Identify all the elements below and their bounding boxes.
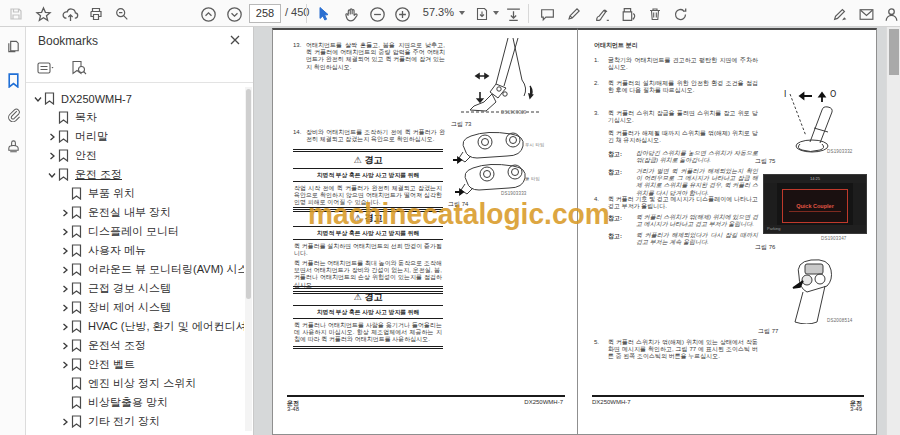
chevron-right-icon[interactable]	[60, 304, 70, 312]
chevron-down-icon[interactable]	[47, 171, 57, 179]
figure-77-drawing	[773, 256, 851, 324]
print-icon[interactable]	[86, 4, 106, 24]
bookmark-item[interactable]: 엔진 비상 정지 스위치	[26, 374, 244, 393]
bookmark-label: 사용자 메뉴	[88, 243, 146, 258]
zoom-dropdown-caret[interactable]	[459, 11, 465, 15]
bookmark-item[interactable]: 안전	[26, 146, 244, 165]
account-icon[interactable]	[881, 4, 900, 24]
share-icon[interactable]	[60, 4, 80, 24]
fit-page-icon[interactable]	[472, 4, 492, 24]
chevron-down-icon[interactable]	[33, 95, 43, 103]
figure-74-code: DS1903333	[501, 191, 527, 196]
chevron-right-icon[interactable]	[60, 342, 70, 350]
page-down-icon[interactable]	[224, 4, 244, 24]
figure-73-caption: 그림 73	[451, 120, 471, 129]
item-3-text: 퀵 커플러 스위치 잠금을 풀려면 스위치를 잡고 위로 당기십시오.	[608, 110, 758, 124]
bookmark-icon	[70, 358, 83, 371]
star-icon[interactable]	[33, 4, 53, 24]
bookmarks-scrollbar-thumb[interactable]	[246, 89, 251, 299]
chevron-right-icon[interactable]	[60, 247, 70, 255]
bookmark-item[interactable]: 부품 위치	[26, 184, 244, 203]
zoom-in-icon[interactable]	[392, 4, 412, 24]
select-tool-icon[interactable]	[314, 4, 334, 24]
chevron-right-icon[interactable]	[60, 266, 70, 274]
hand-tool-icon[interactable]	[341, 4, 361, 24]
document-scrollbar[interactable]	[886, 27, 900, 435]
fit-dropdown-caret[interactable]	[493, 11, 499, 15]
figure-76-code: DS1903347	[821, 236, 847, 241]
list-number: 1.	[594, 57, 599, 63]
bookmark-label: 어라운드 뷰 모니터링(AVM) 시스템	[88, 262, 244, 277]
stamps-icon[interactable]	[4, 137, 22, 155]
search-icon[interactable]	[112, 4, 132, 24]
bookmark-item[interactable]: 기타 전기 장치	[26, 412, 244, 429]
document-scrollbar-thumb[interactable]	[889, 29, 899, 75]
bookmark-item[interactable]: HVAC (난방, 환기 및 에어컨디셔닝) 작동	[26, 317, 244, 336]
bookmark-icon	[70, 282, 83, 295]
find-current-bookmark-icon[interactable]	[68, 59, 88, 77]
chevron-right-icon[interactable]	[60, 285, 70, 293]
warning-triangle-icon: ⚠	[353, 155, 361, 165]
bookmark-item[interactable]: 운전 조정	[26, 165, 244, 184]
bookmark-item[interactable]: 운전석 조정	[26, 336, 244, 355]
footer-rule	[287, 395, 565, 397]
organize-pages-icon[interactable]	[618, 4, 638, 24]
chevron-right-icon[interactable]	[60, 361, 70, 369]
footer-model: DX250WMH-7	[524, 399, 563, 405]
bookmark-label: DX250WMH-7	[61, 93, 132, 105]
bookmark-label: 머리말	[75, 129, 108, 144]
page-up-icon[interactable]	[198, 4, 218, 24]
bookmark-item[interactable]: 어라운드 뷰 모니터링(AVM) 시스템	[26, 260, 244, 279]
bookmark-icon	[70, 225, 83, 238]
bookmark-item[interactable]: 안전 벨트	[26, 355, 244, 374]
sign-icon[interactable]	[592, 4, 612, 24]
footer-page-number: 3-49	[850, 406, 862, 412]
bookmark-item[interactable]: 디스플레이 모니터	[26, 222, 244, 241]
bookmark-icon	[70, 320, 83, 333]
fit-width-icon[interactable]	[503, 4, 523, 24]
item-4-note-2: 퀵 커플러가 해제되었다가 다시 잠길 때까지 경고 부저는 계속 울립니다.	[636, 232, 758, 246]
bookmark-icon	[70, 377, 83, 390]
chevron-right-icon[interactable]	[60, 209, 70, 217]
item-2-text: 퀵 커플러의 설치/해제를 위한 안전한 환경 조건을 점검한 후에 다음 절차…	[608, 80, 758, 94]
zoom-level-label[interactable]: 57.3%	[416, 6, 454, 18]
page-thumbnails-icon[interactable]	[4, 37, 22, 55]
chevron-right-icon[interactable]	[60, 418, 70, 426]
bookmark-options-icon[interactable]	[36, 59, 56, 77]
chevron-right-icon[interactable]	[60, 323, 70, 331]
refresh-icon[interactable]	[670, 4, 690, 24]
chevron-right-icon[interactable]	[47, 133, 57, 141]
page-number-input[interactable]: 258	[249, 4, 281, 23]
chevron-right-icon[interactable]	[47, 152, 57, 160]
bookmark-item[interactable]: 장비 제어 시스템	[26, 298, 244, 317]
warning-title: 경고	[365, 155, 383, 165]
section-title: 어태치먼트 분리	[594, 42, 638, 49]
save-icon[interactable]	[6, 4, 26, 24]
close-icon[interactable]	[227, 32, 243, 48]
bookmarks-icon[interactable]	[4, 71, 22, 89]
bookmark-label: 비상탈출용 망치	[88, 395, 168, 410]
comment-icon[interactable]	[537, 4, 557, 24]
warning-body: 퀵 커플러나 어태치먼트를 사람을 옮기거나 들어올리는 데 사용하지 마십시오…	[294, 322, 442, 344]
delete-icon[interactable]	[645, 4, 665, 24]
highlight-icon[interactable]	[564, 4, 584, 24]
chevron-right-icon[interactable]	[60, 228, 70, 236]
bookmark-item[interactable]: DX250WMH-7	[26, 89, 244, 108]
fill-sign-icon[interactable]	[830, 4, 850, 24]
bookmark-item[interactable]: 비상탈출용 망치	[26, 393, 244, 412]
bookmark-item[interactable]: 근접 경보 시스템	[26, 279, 244, 298]
bookmark-item[interactable]: 운전실 내부 장치	[26, 203, 244, 222]
bookmark-label: HVAC (난방, 환기 및 에어컨디셔닝) 작동	[88, 319, 244, 334]
bookmark-label: 엔진 비상 정지 스위치	[88, 376, 196, 391]
zoom-out-icon[interactable]	[367, 4, 387, 24]
bookmark-item[interactable]: 사용자 메뉴	[26, 241, 244, 260]
bookmark-item[interactable]: 목차	[26, 108, 244, 127]
bookmarks-panel: Bookmarks DX250WMH-7목차머리말안전운전 조정부품 위치운전실…	[26, 27, 254, 435]
email-icon[interactable]	[856, 4, 876, 24]
bookmarks-scrollbar[interactable]	[245, 87, 252, 431]
bookmark-label: 기타 전기 장치	[88, 414, 160, 429]
bookmark-icon	[57, 149, 70, 162]
attachments-icon[interactable]	[4, 105, 22, 123]
bookmark-item[interactable]: 머리말	[26, 127, 244, 146]
figure-75-drawing: I O	[770, 88, 860, 156]
